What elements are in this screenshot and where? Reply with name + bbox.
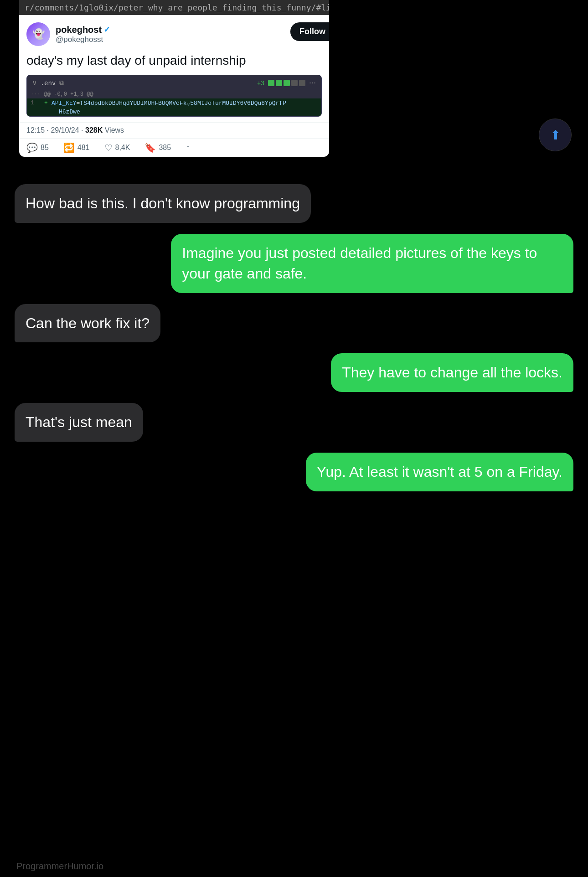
share-action[interactable]: ↑ [186, 143, 190, 153]
message-row: Imagine you just posted detailed picture… [15, 234, 573, 293]
diff-filename: .env [41, 79, 56, 87]
username: pokeghost ✓ [56, 25, 110, 35]
follow-button[interactable]: Follow [290, 22, 329, 41]
retweet-count: 481 [77, 144, 90, 152]
message-row: Yup. At least it wasn't at 5 on a Friday… [15, 453, 573, 491]
watermark: ProgrammerHumor.io [16, 861, 103, 872]
message-text: Yup. At least it wasn't at 5 on a Friday… [317, 464, 562, 480]
tweet-header: 👻 pokeghost ✓ @pokeghosst Follow [19, 15, 329, 50]
diff-bar-2 [276, 80, 282, 86]
message-text: Can the work fix it? [26, 315, 150, 331]
message-text: That's just mean [26, 414, 132, 430]
code-line-1: 1 + API_KEY=fS4dpdbkDBJHqdYUDIMUHFBUQMVc… [27, 98, 321, 108]
retweet-icon: 🔁 [63, 142, 75, 153]
reply-count: 85 [41, 144, 49, 152]
diff-bar-4 [291, 80, 298, 86]
diff-stats: +3 [257, 79, 264, 87]
share-icon: ↑ [186, 143, 190, 153]
code-hunk-line: ··· @@ -0,0 +1,3 @@ [27, 90, 321, 98]
diff-three-dots: ··· [31, 91, 41, 98]
message-row: That's just mean [15, 403, 573, 442]
message-bubble: Can the work fix it? [15, 304, 160, 343]
upload-icon: ⬆ [550, 128, 561, 143]
heart-icon: ♡ [104, 142, 113, 153]
bookmark-count: 385 [159, 144, 171, 152]
message-bubble: Yup. At least it wasn't at 5 on a Friday… [306, 453, 573, 491]
handle: @pokeghosst [56, 35, 110, 44]
user-info: pokeghost ✓ @pokeghosst [56, 25, 110, 44]
diff-bar-5 [299, 80, 305, 86]
copy-icon: ⧉ [59, 79, 64, 87]
bookmark-action[interactable]: 🔖 385 [144, 142, 171, 153]
message-row: They have to change all the locks. [15, 353, 573, 392]
diff-bar-1 [268, 80, 274, 86]
message-text: How bad is this. I don't know programmin… [26, 195, 300, 212]
message-bubble: They have to change all the locks. [331, 353, 573, 392]
diff-bar-3 [284, 80, 290, 86]
tweet-actions: 💬 85 🔁 481 ♡ 8,4K 🔖 385 ↑ [19, 138, 329, 157]
code-diff: ∨ .env ⧉ +3 ··· ··· @@ -0,0 +1,3 @@ [26, 75, 322, 117]
diff-dots: ∨ [32, 78, 37, 87]
like-count: 8,4K [115, 144, 130, 152]
avatar: 👻 [26, 22, 50, 46]
code-line-2: H6zDwe [27, 108, 321, 116]
share-button[interactable]: ⬆ [539, 119, 572, 151]
message-bubble: That's just mean [15, 403, 143, 442]
code-diff-header: ∨ .env ⧉ +3 ··· [27, 75, 321, 90]
tweet-screenshot: r/comments/1glo0ix/peter_why_are_people_… [19, 0, 329, 157]
reply-icon: 💬 [26, 142, 38, 153]
message-text: They have to change all the locks. [342, 364, 562, 381]
message-text: Imagine you just posted detailed picture… [182, 245, 537, 282]
message-bubble: Imagine you just posted detailed picture… [171, 234, 573, 293]
bookmark-icon: 🔖 [144, 142, 156, 153]
message-bubble: How bad is this. I don't know programmin… [15, 184, 311, 223]
like-action[interactable]: ♡ 8,4K [104, 142, 130, 153]
verified-icon: ✓ [103, 25, 110, 35]
retweet-action[interactable]: 🔁 481 [63, 142, 90, 153]
diff-more-icon: ··· [309, 78, 316, 88]
message-row: Can the work fix it? [15, 304, 573, 343]
message-row: How bad is this. I don't know programmin… [15, 184, 573, 223]
tweet-meta: 12:15 · 29/10/24 · 328K Views [19, 122, 329, 138]
reply-action[interactable]: 💬 85 [26, 142, 49, 153]
url-bar: r/comments/1glo0ix/peter_why_are_people_… [19, 0, 329, 15]
chat-area: How bad is this. I don't know programmin… [0, 157, 588, 510]
tweet-content: oday's my last day of unpaid internship [19, 50, 329, 75]
